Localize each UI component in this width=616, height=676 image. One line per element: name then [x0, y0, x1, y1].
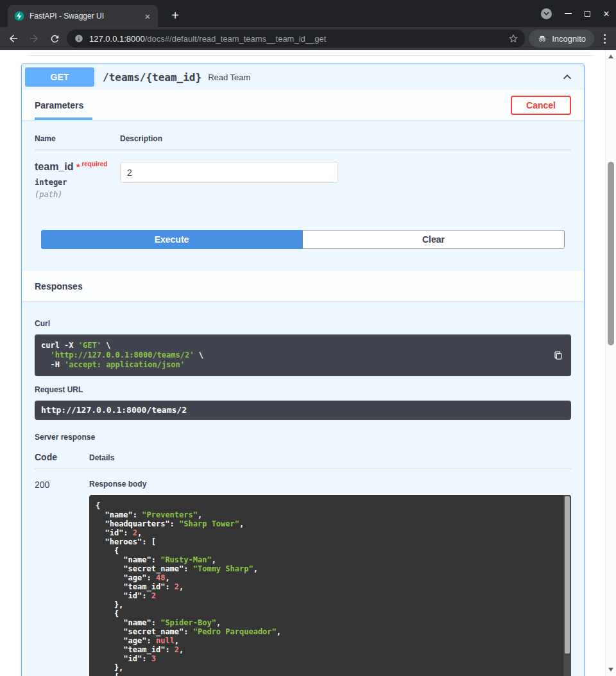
- chevron-down-icon: [543, 12, 549, 15]
- forward-arrow-icon: [28, 33, 40, 44]
- parameters-header: Parameters Cancel: [22, 90, 584, 120]
- maximize-button[interactable]: [585, 11, 590, 17]
- incognito-label: Incognito: [552, 34, 586, 44]
- team-id-input[interactable]: [120, 162, 338, 183]
- request-url-block: http://127.0.0.1:8000/teams/2: [35, 401, 571, 420]
- opblock-get-teams: GET /teams/{team_id} Read Team Parameter…: [21, 64, 585, 676]
- col-description-label: Description: [120, 134, 571, 143]
- url-path: /docs#/default/read_team_teams__team_id_…: [145, 34, 327, 44]
- tab-parameters[interactable]: Parameters: [35, 90, 92, 120]
- col-code-label: Code: [35, 452, 89, 462]
- browser-toolbar: 127.0.0.1:8000/docs#/default/read_team_t…: [0, 27, 616, 50]
- parameters-table: Name Description team_id *required integ…: [22, 120, 584, 249]
- collapse-button[interactable]: [554, 71, 581, 83]
- execute-row: Execute Clear: [41, 230, 565, 249]
- fastapi-favicon-icon: [14, 11, 24, 21]
- tab-search-button[interactable]: [541, 8, 552, 19]
- browser-menu-button[interactable]: [598, 30, 611, 47]
- opblock-summary[interactable]: GET /teams/{team_id} Read Team: [22, 64, 584, 90]
- chevron-up-icon: [561, 71, 573, 83]
- scrollbar-up-arrow-icon[interactable]: [608, 55, 613, 58]
- cancel-button[interactable]: Cancel: [511, 96, 571, 115]
- col-name-label: Name: [35, 134, 120, 143]
- swagger-page: GET /teams/{team_id} Read Team Parameter…: [0, 50, 605, 676]
- response-body-scrollbar[interactable]: [563, 495, 571, 676]
- response-details-cell: Response body { "name": "Preventers", "h…: [89, 480, 571, 676]
- browser-tab[interactable]: FastAPI - Swagger UI ×: [8, 5, 158, 27]
- back-arrow-icon: [8, 33, 19, 44]
- minimize-button[interactable]: [565, 13, 572, 14]
- response-table-head: Code Details: [35, 452, 571, 469]
- responses-header: Responses: [22, 271, 584, 301]
- parameters-title: Parameters: [35, 100, 83, 110]
- parameters-table-head: Name Description: [35, 134, 571, 150]
- clear-button[interactable]: Clear: [302, 230, 565, 249]
- page-scrollbar[interactable]: [605, 50, 616, 676]
- required-label: required: [81, 160, 107, 168]
- info-icon[interactable]: [74, 34, 83, 43]
- response-body-scrollbar-thumb[interactable]: [565, 496, 570, 654]
- responses-title: Responses: [35, 281, 83, 291]
- browser-titlebar: FastAPI - Swagger UI × + ×: [0, 0, 616, 27]
- response-row: 200 Response body { "name": "Preventers"…: [35, 469, 571, 676]
- endpoint-summary: Read Team: [208, 73, 554, 82]
- parameter-name: team_id *required: [35, 160, 120, 173]
- incognito-badge: Incognito: [529, 30, 594, 48]
- address-bar[interactable]: 127.0.0.1:8000/docs#/default/read_team_t…: [67, 30, 525, 48]
- request-url-label: Request URL: [35, 385, 571, 394]
- tab-close-icon[interactable]: ×: [142, 12, 153, 21]
- required-star: *: [76, 162, 80, 172]
- clipboard-copy-icon: [553, 351, 563, 361]
- page-scrollbar-thumb[interactable]: [608, 162, 614, 345]
- endpoint-path: /teams/{team_id}: [94, 71, 208, 83]
- col-details-label: Details: [89, 453, 571, 462]
- responses-area: Curl curl -X 'GET' \ 'http://127.0.0.1:8…: [22, 301, 584, 676]
- parameter-value-cell: [120, 160, 571, 199]
- copy-curl-button[interactable]: [551, 349, 565, 363]
- curl-label: Curl: [35, 319, 571, 328]
- bookmark-star-icon[interactable]: [508, 33, 518, 44]
- url-text: 127.0.0.1:8000/docs#/default/read_team_t…: [89, 34, 502, 44]
- tab-title: FastAPI - Swagger UI: [30, 12, 137, 21]
- forward-button[interactable]: [26, 30, 42, 47]
- status-code: 200: [35, 480, 89, 676]
- parameter-type: integer: [35, 178, 120, 187]
- parameter-row: team_id *required integer (path): [35, 150, 571, 199]
- window-controls: ×: [541, 0, 610, 27]
- back-button[interactable]: [5, 30, 22, 47]
- window-close-button[interactable]: ×: [603, 8, 610, 19]
- curl-command-block: curl -X 'GET' \ 'http://127.0.0.1:8000/t…: [35, 334, 571, 376]
- parameter-in: (path): [35, 190, 120, 199]
- reload-button[interactable]: [46, 30, 63, 47]
- method-badge: GET: [25, 67, 94, 87]
- url-host: 127.0.0.1:8000: [89, 34, 145, 44]
- response-body-label: Response body: [89, 480, 571, 489]
- incognito-spy-icon: [537, 33, 547, 44]
- reload-icon: [49, 33, 60, 44]
- scrollbar-down-arrow-icon[interactable]: [608, 668, 613, 672]
- server-response-label: Server response: [35, 433, 571, 442]
- new-tab-button[interactable]: +: [167, 8, 184, 24]
- response-body-block: { "name": "Preventers", "headquarters": …: [89, 495, 571, 676]
- previous-block-edge: [28, 55, 594, 56]
- execute-button[interactable]: Execute: [41, 230, 302, 249]
- parameter-name-cell: team_id *required integer (path): [35, 160, 120, 199]
